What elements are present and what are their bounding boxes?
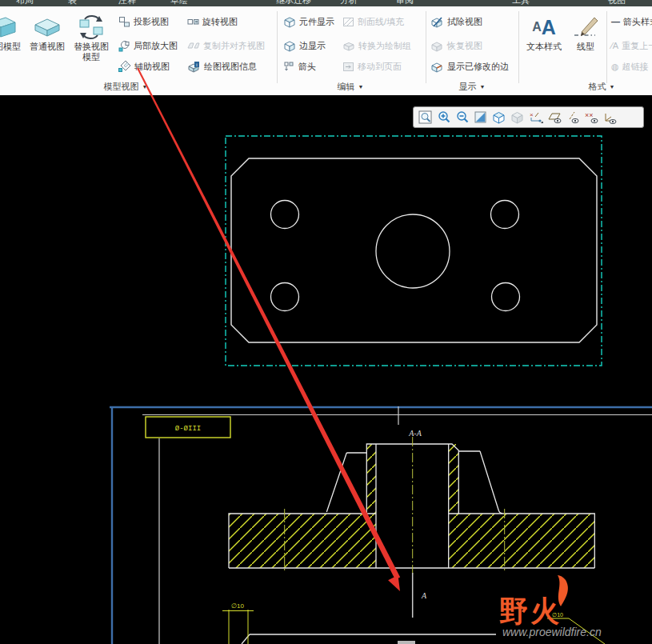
dimension-left-text: ∅10 [231, 602, 244, 610]
view-toolbar: × ×× [413, 106, 644, 128]
show-modified-edges-button[interactable]: 显示已修改的边 [430, 59, 509, 74]
text-style-button[interactable]: AA 文本样式 [522, 13, 566, 52]
detailed-view-icon [118, 40, 130, 52]
edge-display-button[interactable]: 边显示 [283, 38, 326, 53]
svg-text:××: ×× [585, 111, 594, 119]
convert-to-draft-group-label: 转换为绘制组 [358, 40, 411, 52]
rotated-view-icon [187, 17, 199, 27]
zoom-in-icon[interactable] [436, 110, 451, 125]
tab-sketch[interactable]: 草绘 [170, 0, 188, 6]
move-to-sheet-icon [342, 62, 354, 72]
edge-display-icon [283, 40, 296, 52]
repeat-last-format-icon: ⁄A [611, 41, 618, 50]
copy-align-view-icon [187, 41, 200, 50]
arrows-label: 箭头 [298, 61, 316, 73]
drawing-view-info-label: 绘图视图信息 [204, 61, 257, 73]
arrow-style-icon: — [611, 17, 620, 26]
tab-view[interactable]: 视图 [608, 0, 626, 6]
convert-to-draft-group-button: 转换为绘制组 [342, 38, 411, 53]
general-view-button[interactable]: 普通视图 [24, 13, 70, 52]
watermark-url: www.proewildfire.cn [502, 626, 602, 638]
tab-table[interactable]: 表 [68, 0, 77, 6]
copy-align-view-button: 复制并对齐视图 [187, 38, 265, 53]
copy-align-view-label: 复制并对齐视图 [203, 40, 265, 52]
ribbon: 绘图模型 普通视图 替换视图模型 投影视图 [0, 6, 652, 95]
tab-migration[interactable]: 继承迁移 [276, 0, 311, 6]
hyperlink-button: ◍ 超链接 [611, 59, 649, 74]
hatch-fill-icon [342, 17, 354, 27]
arrow-style-label: 箭头样式 [623, 16, 652, 28]
tab-layout[interactable]: 布局 [16, 0, 34, 6]
resume-view-label: 恢复视图 [447, 40, 482, 52]
group-separator [277, 11, 278, 83]
axis-display-icon[interactable] [565, 110, 580, 125]
text-style-icon: AA [532, 13, 556, 42]
drawing-view-info-button[interactable]: i 绘图视图信息 [187, 59, 257, 74]
projection-view-button[interactable]: 投影视图 [118, 14, 169, 29]
arrows-button[interactable]: 箭头 [283, 59, 316, 74]
format-group-label[interactable]: 格式 ▼ [578, 81, 626, 93]
point-display-icon[interactable]: ×× [583, 110, 598, 125]
text-style-label: 文本样式 [526, 42, 562, 52]
line-style-label: 线型 [577, 42, 594, 52]
csys-display-icon[interactable] [602, 110, 617, 125]
display-group-label[interactable]: 显示 ▼ [448, 81, 496, 93]
show-modified-edges-icon [430, 61, 444, 73]
dropdown-icon: ▼ [358, 84, 364, 90]
replace-view-model-button[interactable]: 替换视图模型 [70, 13, 112, 62]
display-style-icon[interactable] [491, 110, 506, 125]
repeat-last-format-button: ⁄A 重复上一格式 [611, 38, 652, 53]
replace-view-model-icon [77, 13, 106, 42]
model-views-group-label[interactable]: 模型视图 ▼ [98, 81, 154, 93]
arrow-style-button[interactable]: — 箭头样式 [611, 14, 652, 29]
auxiliary-view-icon [118, 60, 131, 73]
component-display-button[interactable]: 元件显示 [283, 14, 334, 29]
drawing-canvas[interactable]: Ø-ØIII A-A [0, 95, 652, 644]
tab-analysis[interactable]: 分析 [340, 0, 358, 6]
erase-view-icon [430, 16, 444, 28]
line-style-icon [572, 13, 599, 42]
drawing-view-info-icon: i [187, 61, 201, 73]
erase-view-button[interactable]: 拭除视图 [430, 14, 482, 29]
hatch-area [366, 444, 376, 514]
auxiliary-view-button[interactable]: 辅助视图 [118, 59, 170, 74]
rotated-view-button[interactable]: 旋转视图 [187, 14, 238, 29]
repeat-last-format-label: 重复上一格式 [622, 40, 652, 52]
tab-review[interactable]: 审阅 [396, 0, 414, 6]
detailed-view-button[interactable]: 局部放大图 [118, 38, 178, 53]
section-arrow-label: A [421, 591, 427, 600]
datum-display-filter-icon[interactable]: × [528, 110, 543, 125]
drawing-model-button[interactable]: 绘图模型 [0, 13, 26, 52]
arrows-icon [283, 61, 295, 72]
logo-text: 野火 [499, 594, 562, 627]
projection-view-icon [118, 16, 130, 28]
general-view-label: 普通视图 [30, 42, 65, 52]
projection-view-label: 投影视图 [134, 16, 169, 28]
drawing-model-icon [0, 13, 17, 42]
section-label: A-A [408, 429, 422, 438]
creo-drawing-window: 布局 表 注释 草绘 继承迁移 分析 审阅 工具 视图 绘图模型 普通视图 [0, 0, 652, 644]
edit-group-label[interactable]: 编辑 ▼ [326, 81, 374, 93]
component-display-icon [283, 16, 296, 28]
group-separator [426, 11, 426, 83]
dropdown-icon: ▼ [610, 84, 615, 90]
repaint-icon[interactable] [473, 110, 488, 125]
show-modified-edges-label: 显示已修改的边 [447, 61, 509, 73]
hatch-area [449, 514, 595, 568]
resume-view-button: 恢复视图 [430, 38, 482, 53]
rotated-view-label: 旋转视图 [202, 16, 238, 28]
general-view-icon [33, 13, 62, 42]
tab-annotate[interactable]: 注释 [118, 0, 136, 6]
zoom-out-icon[interactable] [454, 110, 470, 125]
tab-tools[interactable]: 工具 [512, 0, 530, 6]
convert-to-draft-group-icon [342, 41, 355, 51]
hatch-area [449, 444, 458, 514]
plane-display-icon[interactable] [546, 110, 562, 125]
svg-text:i: i [196, 62, 197, 67]
zoom-box-icon[interactable] [418, 110, 433, 125]
line-style-button[interactable]: 线型 [568, 13, 603, 52]
saved-views-icon [510, 110, 525, 125]
move-to-sheet-button: 移动到页面 [342, 59, 402, 74]
replace-view-model-label: 替换视图模型 [70, 42, 112, 62]
hyperlink-label: 超链接 [622, 61, 649, 73]
